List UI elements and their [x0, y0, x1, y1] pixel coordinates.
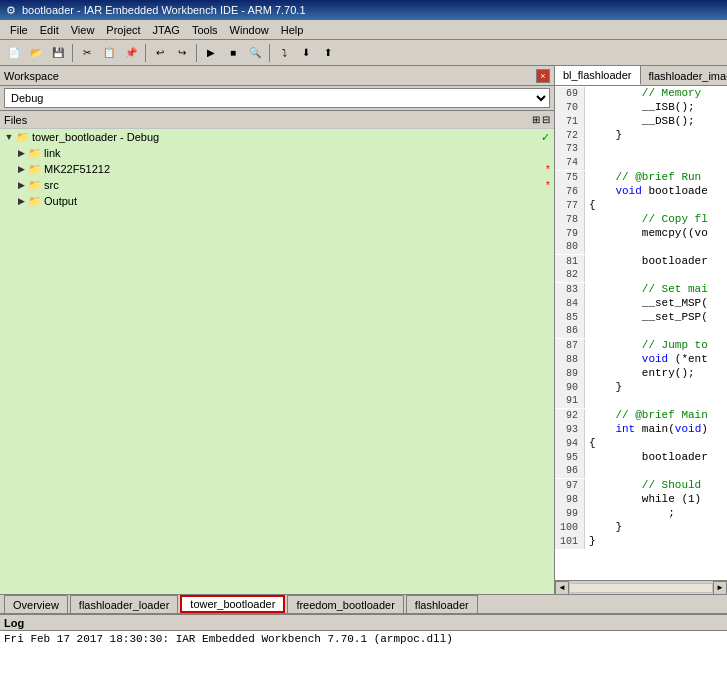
bottom-tab-flashloader_loader[interactable]: flashloader_loader — [70, 595, 179, 613]
menu-item-help[interactable]: Help — [275, 22, 310, 38]
line-number: 69 — [555, 87, 585, 101]
line-number: 96 — [555, 464, 585, 478]
tab-bl-flashloader[interactable]: bl_flashloader — [555, 66, 641, 85]
line-number: 97 — [555, 479, 585, 493]
line-content: } — [585, 534, 596, 548]
toolbar-redo[interactable]: ↪ — [172, 43, 192, 63]
line-number: 84 — [555, 297, 585, 311]
toolbar-open[interactable]: 📂 — [26, 43, 46, 63]
file-tree: ▼ 📁 tower_bootloader - Debug ✓ ▶ 📁 link … — [0, 129, 554, 594]
toolbar-step-out[interactable]: ⬆ — [318, 43, 338, 63]
title-bar-icon: ⚙ — [6, 4, 16, 17]
line-content: __set_PSP( — [585, 310, 708, 324]
line-number: 70 — [555, 101, 585, 115]
workspace-close-button[interactable]: × — [536, 69, 550, 83]
line-number: 88 — [555, 353, 585, 367]
line-number: 76 — [555, 185, 585, 199]
line-content: ; — [585, 506, 675, 520]
line-content: memcpy((vo — [585, 226, 708, 240]
line-content: void (*ent — [585, 352, 708, 366]
toolbar-undo[interactable]: ↩ — [150, 43, 170, 63]
scroll-track[interactable] — [569, 583, 713, 593]
code-line-80: 80 — [555, 240, 727, 254]
line-content: // Jump to — [585, 338, 708, 352]
src-label: src — [44, 179, 59, 191]
line-number: 85 — [555, 311, 585, 325]
code-line-86: 86 — [555, 324, 727, 338]
code-tabs: bl_flashloader flashloader_image — [555, 66, 727, 86]
line-number: 95 — [555, 451, 585, 465]
link-expander: ▶ — [16, 148, 26, 158]
menu-item-jtag[interactable]: JTAG — [147, 22, 186, 38]
toolbar-debug[interactable]: 🔍 — [245, 43, 265, 63]
toolbar-cut[interactable]: ✂ — [77, 43, 97, 63]
tree-item-output[interactable]: ▶ 📁 Output — [0, 193, 554, 209]
main-area: Workspace × Debug Files ⊞ ⊟ ▼ 📁 tower_bo… — [0, 66, 727, 594]
line-content: // @brief Run — [585, 170, 701, 184]
bottom-tab-overview[interactable]: Overview — [4, 595, 68, 613]
menu-bar: FileEditViewProjectJTAGToolsWindowHelp — [0, 20, 727, 40]
debug-dropdown-container: Debug — [0, 86, 554, 111]
line-content: // Copy fl — [585, 212, 708, 226]
line-number: 75 — [555, 171, 585, 185]
scroll-left-arrow[interactable]: ◄ — [555, 581, 569, 595]
toolbar-step-in[interactable]: ⬇ — [296, 43, 316, 63]
line-content: bootloader — [585, 450, 708, 464]
menu-item-project[interactable]: Project — [100, 22, 146, 38]
toolbar-step-over[interactable]: ⤵ — [274, 43, 294, 63]
code-line-92: 92 // @brief Main — [555, 408, 727, 422]
code-content[interactable]: 69 // Memory70 __ISB();71 __DSB();72 }73… — [555, 86, 727, 580]
line-number: 98 — [555, 493, 585, 507]
line-number: 92 — [555, 409, 585, 423]
line-number: 74 — [555, 156, 585, 170]
debug-dropdown[interactable]: Debug — [4, 88, 550, 108]
line-number: 86 — [555, 324, 585, 338]
tree-root-item[interactable]: ▼ 📁 tower_bootloader - Debug ✓ — [0, 129, 554, 145]
mk22-expander: ▶ — [16, 164, 26, 174]
menu-item-tools[interactable]: Tools — [186, 22, 224, 38]
code-line-72: 72 } — [555, 128, 727, 142]
toolbar-sep-4 — [269, 44, 270, 62]
toolbar-build[interactable]: ▶ — [201, 43, 221, 63]
line-content: { — [585, 198, 596, 212]
code-line-71: 71 __DSB(); — [555, 114, 727, 128]
tree-item-link[interactable]: ▶ 📁 link — [0, 145, 554, 161]
toolbar-save[interactable]: 💾 — [48, 43, 68, 63]
toolbar-sep-2 — [145, 44, 146, 62]
tree-item-mk22[interactable]: ▶ 📁 MK22F51212 * — [0, 161, 554, 177]
code-line-94: 94□{ — [555, 436, 727, 450]
files-collapse-icon[interactable]: ⊟ — [542, 114, 550, 125]
line-number: 79 — [555, 227, 585, 241]
line-content: void bootloade — [585, 184, 708, 198]
scroll-right-arrow[interactable]: ► — [713, 581, 727, 595]
line-number: 90 — [555, 381, 585, 395]
code-line-91: 91 — [555, 394, 727, 408]
line-content: int main(void) — [585, 422, 708, 436]
workspace-panel: Workspace × Debug Files ⊞ ⊟ ▼ 📁 tower_bo… — [0, 66, 555, 594]
toolbar-paste[interactable]: 📌 — [121, 43, 141, 63]
tree-item-src[interactable]: ▶ 📁 src * — [0, 177, 554, 193]
line-number: 101 — [555, 535, 585, 549]
line-content: // Memory — [585, 86, 701, 100]
toolbar-new[interactable]: 📄 — [4, 43, 24, 63]
menu-item-view[interactable]: View — [65, 22, 101, 38]
toolbar-copy[interactable]: 📋 — [99, 43, 119, 63]
bottom-tab-flashloader[interactable]: flashloader — [406, 595, 478, 613]
bottom-tab-tower_bootloader[interactable]: tower_bootloader — [180, 595, 285, 613]
log-content: Fri Feb 17 2017 18:30:30: IAR Embedded W… — [0, 631, 727, 684]
bottom-tab-freedom_bootloader[interactable]: freedom_bootloader — [287, 595, 403, 613]
line-content: // @brief Main — [585, 408, 708, 422]
workspace-header: Workspace × — [0, 66, 554, 86]
toolbar-stop[interactable]: ■ — [223, 43, 243, 63]
menu-item-window[interactable]: Window — [224, 22, 275, 38]
menu-item-edit[interactable]: Edit — [34, 22, 65, 38]
menu-item-file[interactable]: File — [4, 22, 34, 38]
code-line-77: 77□{ — [555, 198, 727, 212]
line-content: } — [585, 520, 622, 534]
files-expand-icon[interactable]: ⊞ — [532, 114, 540, 125]
code-line-90: 90 } — [555, 380, 727, 394]
line-content: } — [585, 380, 622, 394]
root-folder-icon: 📁 — [16, 131, 30, 144]
code-line-88: 88 void (*ent — [555, 352, 727, 366]
tab-flashloader-image[interactable]: flashloader_image — [641, 66, 728, 85]
